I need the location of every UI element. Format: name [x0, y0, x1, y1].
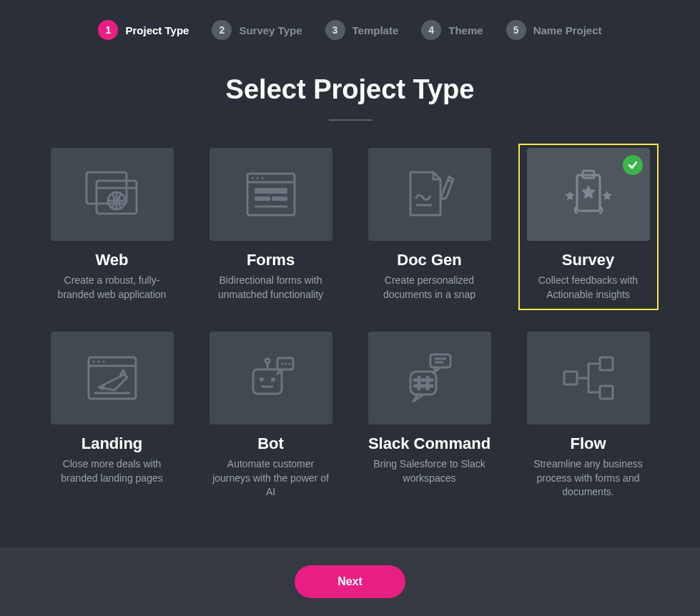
- checkmark-icon: [623, 155, 643, 175]
- svg-rect-43: [564, 372, 577, 384]
- svg-rect-45: [600, 386, 613, 399]
- step-label: Name Project: [533, 24, 602, 36]
- flow-icon: [527, 332, 650, 424]
- wizard-steps: 1 Project Type 2 Survey Type 3 Template …: [0, 0, 700, 49]
- svg-point-33: [285, 363, 287, 365]
- card-desc: Automate customer journeys with the powe…: [205, 457, 337, 500]
- step-number: 5: [506, 20, 526, 40]
- card-desc: Create personalized documents in a snap: [364, 274, 496, 302]
- svg-point-21: [92, 361, 94, 363]
- card-title: Landing: [82, 434, 143, 453]
- card-desc: Collect feedbacks with Actionable insigh…: [523, 274, 654, 302]
- card-forms[interactable]: Forms Bidirectional forms with unmatched…: [201, 144, 341, 310]
- card-desc: Streamline any business process with for…: [523, 457, 654, 500]
- svg-point-26: [260, 377, 264, 382]
- card-desc: Create a robust, fully-branded web appli…: [46, 274, 178, 302]
- step-number: 2: [212, 20, 232, 40]
- svg-rect-13: [272, 197, 287, 201]
- step-label: Theme: [448, 24, 483, 36]
- step-number: 4: [421, 20, 441, 40]
- card-docgen[interactable]: Doc Gen Create personalized documents in…: [360, 144, 500, 310]
- svg-point-23: [102, 361, 104, 363]
- svg-rect-35: [430, 354, 450, 367]
- step-number: 1: [98, 20, 118, 40]
- svg-point-27: [271, 377, 275, 382]
- card-slack-command[interactable]: Slack Command Bring Salesforce to Slack …: [360, 327, 500, 508]
- card-title: Survey: [562, 251, 614, 269]
- svg-point-10: [261, 177, 263, 179]
- svg-point-30: [265, 359, 270, 363]
- next-button[interactable]: Next: [295, 565, 405, 598]
- card-title: Web: [95, 251, 128, 269]
- card-title: Forms: [247, 251, 295, 269]
- svg-rect-11: [255, 188, 287, 194]
- svg-point-22: [97, 361, 99, 363]
- bot-icon: [209, 332, 332, 424]
- svg-point-34: [288, 363, 290, 365]
- step-label: Project Type: [125, 24, 189, 36]
- card-bot[interactable]: Bot Automate customer journeys with the …: [201, 327, 341, 508]
- card-title: Doc Gen: [397, 251, 461, 269]
- card-title: Bot: [257, 434, 284, 453]
- card-title: Slack Command: [368, 434, 491, 453]
- step-survey-type[interactable]: 2 Survey Type: [212, 20, 302, 40]
- card-title: Flow: [570, 434, 606, 453]
- svg-rect-6: [247, 174, 295, 215]
- step-label: Template: [353, 24, 399, 36]
- landing-icon: [51, 332, 174, 424]
- step-name-project[interactable]: 5 Name Project: [506, 20, 602, 40]
- card-desc: Bring Salesforce to Slack workspaces: [364, 457, 496, 485]
- step-project-type[interactable]: 1 Project Type: [98, 20, 189, 40]
- web-icon: [51, 148, 174, 241]
- docgen-icon: [368, 148, 491, 241]
- card-landing[interactable]: Landing Close more deals with branded la…: [42, 327, 182, 508]
- card-web[interactable]: Web Create a robust, fully-branded web a…: [42, 144, 182, 310]
- step-label: Survey Type: [239, 24, 302, 36]
- page-title: Select Project Type: [0, 74, 700, 105]
- step-number: 3: [325, 20, 345, 40]
- svg-rect-12: [255, 197, 270, 201]
- svg-point-9: [256, 177, 258, 179]
- svg-line-16: [448, 179, 452, 182]
- card-desc: Close more deals with branded landing pa…: [46, 457, 178, 485]
- svg-point-32: [281, 363, 283, 365]
- project-type-grid: Web Create a robust, fully-branded web a…: [0, 144, 700, 508]
- step-template[interactable]: 3 Template: [325, 20, 399, 40]
- card-flow[interactable]: Flow Streamline any business process wit…: [518, 327, 659, 508]
- slack-icon: [368, 332, 491, 424]
- svg-point-8: [251, 177, 253, 179]
- footer-bar: Next: [0, 547, 700, 616]
- svg-rect-44: [600, 357, 613, 370]
- svg-rect-38: [410, 372, 436, 394]
- title-divider: [329, 119, 372, 121]
- survey-icon: [527, 148, 650, 241]
- card-survey[interactable]: Survey Collect feedbacks with Actionable…: [518, 144, 659, 310]
- card-desc: Bidirectional forms with unmatched funct…: [205, 274, 337, 302]
- step-theme[interactable]: 4 Theme: [421, 20, 483, 40]
- forms-icon: [209, 148, 332, 241]
